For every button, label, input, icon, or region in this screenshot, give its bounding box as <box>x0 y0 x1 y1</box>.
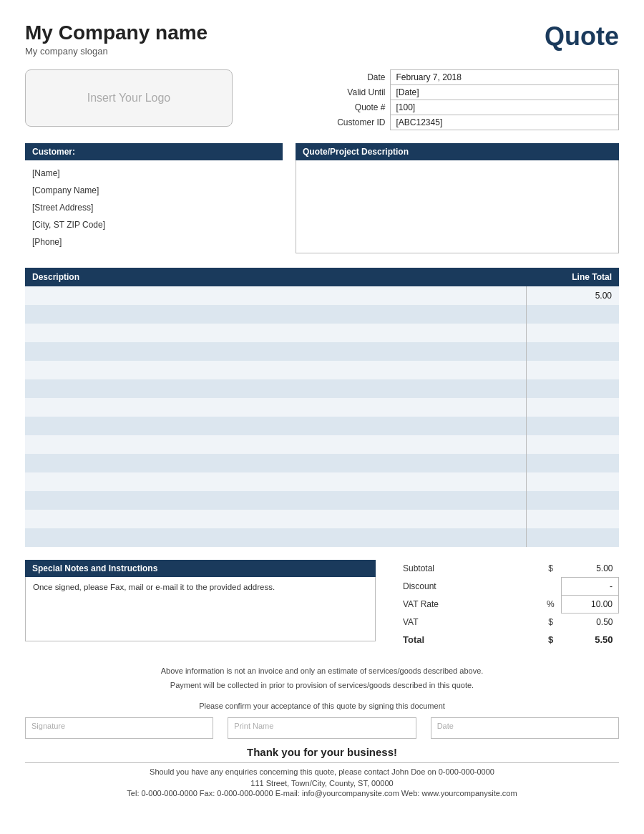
meta-value: [100] <box>390 100 619 115</box>
item-description <box>25 528 526 547</box>
item-description <box>25 286 526 305</box>
item-description <box>25 491 526 510</box>
item-description <box>25 379 526 398</box>
meta-row: DateFebruary 7, 2018 <box>311 70 619 85</box>
item-total <box>526 510 619 528</box>
footer-address: 111 Street, Town/City, County, ST, 00000 <box>25 779 619 787</box>
bottom-section: Special Notes and Instructions Once sign… <box>25 560 619 649</box>
print-name-field[interactable]: Print Name <box>228 717 416 739</box>
item-description <box>25 435 526 454</box>
project-section: Quote/Project Description <box>296 143 619 255</box>
items-section: Description Line Total 5.00 <box>25 268 619 547</box>
item-description <box>25 472 526 491</box>
item-description <box>25 305 526 324</box>
vat-rate-row: VAT Rate % 10.00 <box>397 596 619 614</box>
discount-sym <box>540 578 562 596</box>
company-slogan: My company slogan <box>25 46 208 57</box>
company-info: My Company name My company slogan <box>25 21 208 57</box>
table-row <box>25 528 619 547</box>
vat-sym: $ <box>540 614 562 631</box>
item-description <box>25 454 526 472</box>
item-description <box>25 417 526 435</box>
subtotal-val: 5.00 <box>562 560 619 578</box>
page-header: My Company name My company slogan Quote <box>25 21 619 57</box>
table-row <box>25 472 619 491</box>
disclaimer1: Above information is not an invoice and … <box>25 664 619 679</box>
subtotal-label: Subtotal <box>397 560 540 578</box>
item-description <box>25 398 526 417</box>
notes-section: Special Notes and Instructions Once sign… <box>25 560 376 641</box>
customer-header: Customer: <box>25 143 283 160</box>
item-total <box>526 491 619 510</box>
vat-label: VAT <box>397 614 540 631</box>
table-row <box>25 510 619 528</box>
table-row <box>25 417 619 435</box>
vat-val: 0.50 <box>562 614 619 631</box>
discount-val: - <box>562 578 619 596</box>
meta-value: [ABC12345] <box>390 115 619 130</box>
notes-body: Once signed, please Fax, mail or e-mail … <box>25 577 376 641</box>
item-total <box>526 454 619 472</box>
meta-label: Quote # <box>311 100 390 115</box>
item-total <box>526 472 619 491</box>
table-row <box>25 361 619 379</box>
meta-row: Valid Until[Date] <box>311 85 619 100</box>
customer-street: [Street Address] <box>32 199 275 216</box>
date-field[interactable]: Date <box>431 717 619 739</box>
item-description <box>25 361 526 379</box>
vat-rate-sym: % <box>540 596 562 614</box>
total-row: Total $ 5.50 <box>397 631 619 649</box>
totals-table: Subtotal $ 5.00 Discount - VAT Rate % 10… <box>397 560 619 649</box>
item-description <box>25 324 526 342</box>
vat-rate-val: 10.00 <box>562 596 619 614</box>
confirm-text: Please confirm your acceptance of this q… <box>25 702 619 710</box>
meta-row: Quote #[100] <box>311 100 619 115</box>
item-description <box>25 510 526 528</box>
subtotal-row: Subtotal $ 5.00 <box>397 560 619 578</box>
customer-body: [Name] [Company Name] [Street Address] [… <box>25 160 283 255</box>
meta-table: DateFebruary 7, 2018Valid Until[Date]Quo… <box>311 69 619 130</box>
quote-title: Quote <box>545 21 619 52</box>
table-row <box>25 435 619 454</box>
totals-section: Subtotal $ 5.00 Discount - VAT Rate % 10… <box>376 560 619 649</box>
total-sym: $ <box>540 631 562 649</box>
table-row <box>25 454 619 472</box>
customer-city: [City, ST ZIP Code] <box>32 216 275 233</box>
item-total <box>526 305 619 324</box>
table-row <box>25 379 619 398</box>
item-description <box>25 342 526 361</box>
table-row <box>25 491 619 510</box>
project-header: Quote/Project Description <box>296 143 619 160</box>
item-total: 5.00 <box>526 286 619 305</box>
item-total <box>526 324 619 342</box>
col-line-total: Line Total <box>526 268 619 286</box>
customer-section: Customer: [Name] [Company Name] [Street … <box>25 143 283 255</box>
meta-label: Valid Until <box>311 85 390 100</box>
total-val: 5.50 <box>562 631 619 649</box>
table-row <box>25 342 619 361</box>
company-name: My Company name <box>25 21 208 44</box>
table-row: 5.00 <box>25 286 619 305</box>
logo-placeholder: Insert Your Logo <box>25 69 233 127</box>
item-total <box>526 528 619 547</box>
table-row <box>25 305 619 324</box>
footer-notes: Above information is not an invoice and … <box>25 664 619 693</box>
thank-you: Thank you for your business! <box>25 746 619 758</box>
notes-header: Special Notes and Instructions <box>25 560 376 577</box>
total-label: Total <box>397 631 540 649</box>
item-total <box>526 398 619 417</box>
table-row <box>25 324 619 342</box>
meta-row: Customer ID[ABC12345] <box>311 115 619 130</box>
customer-name: [Name] <box>32 165 275 182</box>
signature-field[interactable]: Signature <box>25 717 213 739</box>
project-body <box>296 160 619 253</box>
vat-rate-label: VAT Rate <box>397 596 540 614</box>
items-table: Description Line Total 5.00 <box>25 268 619 547</box>
meta-label: Customer ID <box>311 115 390 130</box>
subtotal-sym: $ <box>540 560 562 578</box>
discount-row: Discount - <box>397 578 619 596</box>
info-row: Insert Your Logo DateFebruary 7, 2018Val… <box>25 69 619 130</box>
meta-value: [Date] <box>390 85 619 100</box>
customer-phone: [Phone] <box>32 233 275 251</box>
item-total <box>526 342 619 361</box>
